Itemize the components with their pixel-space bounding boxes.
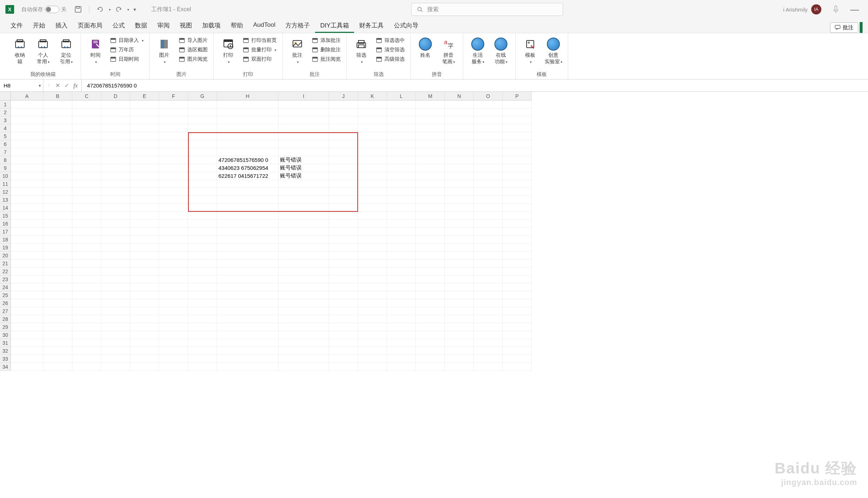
cell-H24[interactable] (217, 283, 278, 291)
cell-F6[interactable] (159, 140, 188, 148)
ribbon-btn-拼音笔画[interactable]: a字拼音笔画▾ (438, 36, 459, 66)
cell-F13[interactable] (159, 196, 188, 204)
cell-H14[interactable] (217, 204, 278, 212)
cell-J10[interactable] (329, 172, 358, 180)
ribbon-btn-定位引用[interactable]: 定位引用▾ (55, 36, 77, 66)
cell-I20[interactable] (278, 252, 329, 259)
cell-H1[interactable] (217, 100, 278, 108)
cell-G5[interactable] (188, 132, 217, 140)
cell-N11[interactable] (445, 180, 474, 188)
cell-L19[interactable] (387, 244, 416, 252)
cell-O29[interactable] (474, 323, 503, 331)
cell-O11[interactable] (474, 180, 503, 188)
cell-P1[interactable] (503, 100, 532, 108)
cell-A12[interactable] (11, 188, 43, 196)
cell-D17[interactable] (101, 228, 130, 236)
cell-K27[interactable] (358, 307, 387, 315)
cell-I1[interactable] (278, 100, 329, 108)
cell-H9[interactable]: 4340623 675062954 (217, 164, 278, 172)
tab-文件[interactable]: 文件 (5, 19, 28, 33)
cell-G10[interactable] (188, 172, 217, 180)
ribbon-btn-筛选[interactable]: 筛选▾ (350, 36, 372, 66)
cell-A25[interactable] (11, 291, 43, 299)
cell-N10[interactable] (445, 172, 474, 180)
cell-I29[interactable] (278, 323, 329, 331)
cell-M28[interactable] (416, 315, 445, 323)
ribbon-btn-导入图片[interactable]: 导入图片 (176, 36, 210, 45)
cell-D1[interactable] (101, 100, 130, 108)
cell-K21[interactable] (358, 259, 387, 267)
cell-I12[interactable] (278, 188, 329, 196)
cell-A5[interactable] (11, 132, 43, 140)
cell-E7[interactable] (130, 148, 159, 156)
cell-F24[interactable] (159, 283, 188, 291)
cell-A7[interactable] (11, 148, 43, 156)
ribbon-btn-高级筛选[interactable]: 高级筛选 (374, 55, 407, 64)
cell-K22[interactable] (358, 267, 387, 275)
cell-N27[interactable] (445, 307, 474, 315)
col-header-G[interactable]: G (188, 92, 217, 100)
cell-N16[interactable] (445, 220, 474, 228)
cell-D2[interactable] (101, 108, 130, 116)
row-header-1[interactable]: 1 (0, 100, 11, 108)
cell-P31[interactable] (503, 339, 532, 347)
cell-D21[interactable] (101, 259, 130, 267)
cell-P29[interactable] (503, 323, 532, 331)
ribbon-btn-时间[interactable]: 时间▾ (85, 36, 106, 66)
cell-I13[interactable] (278, 196, 329, 204)
cell-D28[interactable] (101, 315, 130, 323)
cell-P25[interactable] (503, 291, 532, 299)
cell-E11[interactable] (130, 180, 159, 188)
cell-H18[interactable] (217, 236, 278, 244)
cell-F10[interactable] (159, 172, 188, 180)
cell-N2[interactable] (445, 108, 474, 116)
save-icon[interactable] (75, 6, 82, 13)
cell-J11[interactable] (329, 180, 358, 188)
cell-C23[interactable] (72, 275, 101, 283)
cell-E2[interactable] (130, 108, 159, 116)
cell-L5[interactable] (387, 132, 416, 140)
ribbon-btn-在线功能[interactable]: 在线功能▾ (490, 36, 512, 66)
cell-H27[interactable] (217, 307, 278, 315)
cell-B10[interactable] (43, 172, 72, 180)
cell-J8[interactable] (329, 156, 358, 164)
cell-H8[interactable]: 472067851576590 0 (217, 156, 278, 164)
cell-B15[interactable] (43, 212, 72, 220)
cell-M20[interactable] (416, 252, 445, 259)
cell-O10[interactable] (474, 172, 503, 180)
redo-dropdown[interactable]: ▾ (127, 8, 129, 12)
cell-D10[interactable] (101, 172, 130, 180)
col-header-B[interactable]: B (43, 92, 72, 100)
cell-B8[interactable] (43, 156, 72, 164)
cell-K12[interactable] (358, 188, 387, 196)
cell-E34[interactable] (130, 363, 159, 371)
cell-O9[interactable] (474, 164, 503, 172)
cell-B25[interactable] (43, 291, 72, 299)
cell-K1[interactable] (358, 100, 387, 108)
ribbon-btn-批注阅览[interactable]: 批注阅览 (310, 55, 343, 64)
cell-J26[interactable] (329, 299, 358, 307)
cell-P9[interactable] (503, 164, 532, 172)
cell-C29[interactable] (72, 323, 101, 331)
row-header-22[interactable]: 22 (0, 267, 11, 275)
cell-E1[interactable] (130, 100, 159, 108)
cell-O32[interactable] (474, 347, 503, 355)
cell-O8[interactable] (474, 156, 503, 164)
cell-F5[interactable] (159, 132, 188, 140)
cell-C31[interactable] (72, 339, 101, 347)
cell-O5[interactable] (474, 132, 503, 140)
cell-J3[interactable] (329, 116, 358, 124)
cell-O4[interactable] (474, 124, 503, 132)
cell-C6[interactable] (72, 140, 101, 148)
cell-C7[interactable] (72, 148, 101, 156)
cell-A21[interactable] (11, 259, 43, 267)
cell-C22[interactable] (72, 267, 101, 275)
tab-视图[interactable]: 视图 (175, 19, 197, 33)
col-header-D[interactable]: D (101, 92, 130, 100)
cell-C25[interactable] (72, 291, 101, 299)
cell-D11[interactable] (101, 180, 130, 188)
cell-J34[interactable] (329, 363, 358, 371)
cell-F27[interactable] (159, 307, 188, 315)
cell-F18[interactable] (159, 236, 188, 244)
cell-H22[interactable] (217, 267, 278, 275)
